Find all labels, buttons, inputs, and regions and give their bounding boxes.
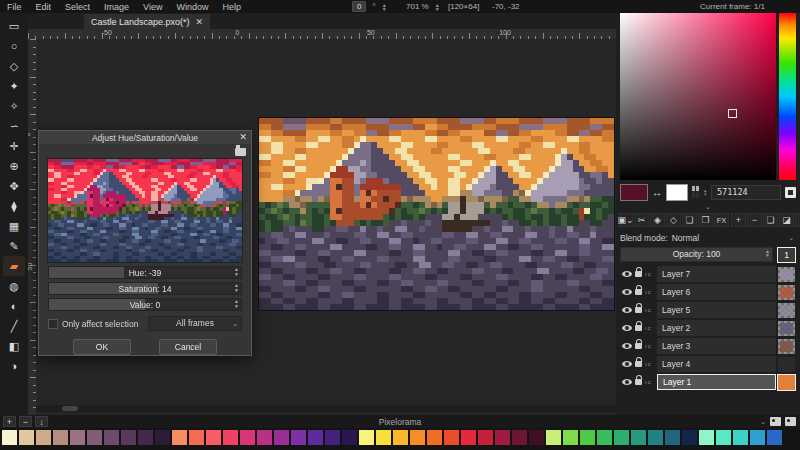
link-cel-button[interactable]: ◇: [666, 213, 681, 227]
menu-window[interactable]: Window: [169, 2, 215, 12]
palette-swatch-19[interactable]: [325, 430, 340, 445]
palette-swatch-40[interactable]: [682, 430, 697, 445]
erase-frame-button[interactable]: ◪: [779, 213, 794, 227]
visibility-eye-icon[interactable]: [622, 361, 632, 367]
tool-pencil[interactable]: ✎: [3, 236, 25, 256]
palette-swatch-32[interactable]: [546, 430, 561, 445]
palette-swatch-26[interactable]: [444, 430, 459, 445]
layer-row-layer-1[interactable]: ıcLayer 1: [616, 373, 800, 391]
add-palette-color-button[interactable]: +: [3, 416, 16, 427]
layer-name[interactable]: Layer 5: [657, 302, 776, 318]
zoom-value[interactable]: 701 %: [406, 2, 429, 11]
cut-cel-button[interactable]: ✂: [634, 213, 649, 227]
lock-icon[interactable]: [635, 307, 642, 313]
picker-collapse-chevron-icon[interactable]: ⌄: [616, 203, 800, 211]
layer-row-layer-2[interactable]: ıcLayer 2: [616, 319, 800, 337]
add-layer-menu-button[interactable]: ▣⌄: [618, 213, 633, 227]
tool-magic-wand[interactable]: ✧: [3, 96, 25, 116]
tab-castle-landscape[interactable]: Castle Landscape.pxo(*) ✕: [84, 14, 210, 30]
panel-collapse-chevron-icon[interactable]: ⌄: [760, 418, 766, 426]
hsv-dialog-titlebar[interactable]: Adjust Hue/Saturation/Value ✕: [39, 131, 251, 144]
tool-color-select[interactable]: ✦: [3, 76, 25, 96]
tool-shading[interactable]: ◐: [3, 296, 25, 316]
palette-swatch-16[interactable]: [274, 430, 289, 445]
cel-link-icons[interactable]: ıc: [645, 307, 657, 313]
layer-thumbnail[interactable]: [778, 375, 795, 390]
remove-frame-button[interactable]: −: [747, 213, 762, 227]
menu-file[interactable]: File: [0, 2, 29, 12]
canvas-workspace[interactable]: Adjust Hue/Saturation/Value ✕ Hue: -39▲▼…: [36, 39, 616, 415]
palette-swatch-11[interactable]: [189, 430, 204, 445]
clone-frame-button[interactable]: ❏: [763, 213, 778, 227]
menu-help[interactable]: Help: [215, 2, 248, 12]
value-slider[interactable]: Value: 0▲▼: [48, 298, 242, 311]
blend-mode-dropdown[interactable]: Normal ⌄: [672, 233, 796, 243]
zoom-control[interactable]: 701 % ▲▼: [406, 0, 440, 13]
opacity-spinner[interactable]: ▲▼: [765, 249, 770, 257]
palette-swatch-24[interactable]: [410, 430, 425, 445]
palette-swatch-39[interactable]: [665, 430, 680, 445]
palette-swatch-34[interactable]: [580, 430, 595, 445]
layer-name[interactable]: Layer 1: [657, 374, 776, 390]
palette-swatch-5[interactable]: [87, 430, 102, 445]
palette-swatch-42[interactable]: [716, 430, 731, 445]
palette-swatch-10[interactable]: [172, 430, 187, 445]
mini-sliders-icon[interactable]: [692, 186, 699, 198]
import-palette-button[interactable]: ↓: [35, 416, 48, 427]
palette-swatch-13[interactable]: [223, 430, 238, 445]
palette-swatch-36[interactable]: [614, 430, 629, 445]
palette-swatch-21[interactable]: [359, 430, 374, 445]
remove-palette-color-button[interactable]: −: [19, 416, 32, 427]
move-frame-left-button[interactable]: ←: [795, 213, 800, 227]
palette-swatch-20[interactable]: [342, 430, 357, 445]
swap-colors-icon[interactable]: ↔: [652, 187, 662, 198]
frames-dropdown[interactable]: All frames ⌄: [148, 316, 242, 331]
lock-icon[interactable]: [635, 343, 642, 349]
color-cursor[interactable]: [728, 109, 737, 118]
palette-swatch-30[interactable]: [512, 430, 527, 445]
menu-edit[interactable]: Edit: [29, 2, 59, 12]
layer-name[interactable]: Layer 7: [657, 266, 776, 282]
visibility-eye-icon[interactable]: [622, 379, 632, 385]
palette-swatch-41[interactable]: [699, 430, 714, 445]
primary-color-swatch[interactable]: [620, 184, 648, 201]
palette-swatch-9[interactable]: [155, 430, 170, 445]
opacity-slider[interactable]: Opacity: 100 ▲▼: [620, 247, 773, 262]
palette-swatch-23[interactable]: [393, 430, 408, 445]
visibility-eye-icon[interactable]: [622, 343, 632, 349]
tool-ellipse-select[interactable]: ○: [3, 36, 25, 56]
palette-swatch-12[interactable]: [206, 430, 221, 445]
palette-swatch-14[interactable]: [240, 430, 255, 445]
eyedropper-icon[interactable]: ↕: [703, 188, 707, 197]
show-preview-icon[interactable]: [785, 417, 796, 426]
visibility-eye-icon[interactable]: [622, 271, 632, 277]
tool-bucket[interactable]: ◍: [3, 276, 25, 296]
hue-slider[interactable]: Hue: -39▲▼: [48, 266, 242, 279]
rotation-spinner[interactable]: ▲▼: [382, 3, 387, 11]
palette-swatch-0[interactable]: [2, 430, 17, 445]
layer-name[interactable]: Layer 3: [657, 338, 776, 354]
visibility-eye-icon[interactable]: [622, 325, 632, 331]
cel-link-icons[interactable]: ıc: [645, 343, 657, 349]
cel-link-icons[interactable]: ıc: [645, 361, 657, 367]
lock-icon[interactable]: [635, 379, 642, 385]
palette-swatch-22[interactable]: [376, 430, 391, 445]
tool-move[interactable]: ✛: [3, 136, 25, 156]
slider-spinner[interactable]: ▲▼: [234, 267, 239, 277]
layer-row-layer-3[interactable]: ıcLayer 3: [616, 337, 800, 355]
palette-swatch-2[interactable]: [36, 430, 51, 445]
palette-swatch-35[interactable]: [597, 430, 612, 445]
color-mode-button[interactable]: [785, 187, 796, 198]
layer-thumbnail[interactable]: [778, 357, 795, 372]
lock-icon[interactable]: [635, 289, 642, 295]
palette-swatch-1[interactable]: [19, 430, 34, 445]
palette-swatch-44[interactable]: [750, 430, 765, 445]
camera-icon[interactable]: [235, 148, 246, 156]
saturation-slider[interactable]: Saturation: 14▲▼: [48, 282, 242, 295]
tool-rectangle[interactable]: ◧: [3, 336, 25, 356]
palette-swatch-25[interactable]: [427, 430, 442, 445]
cancel-button[interactable]: Cancel: [159, 339, 217, 355]
palette-swatch-33[interactable]: [563, 430, 578, 445]
effects-button[interactable]: FX: [714, 213, 729, 227]
menu-image[interactable]: Image: [97, 2, 136, 12]
